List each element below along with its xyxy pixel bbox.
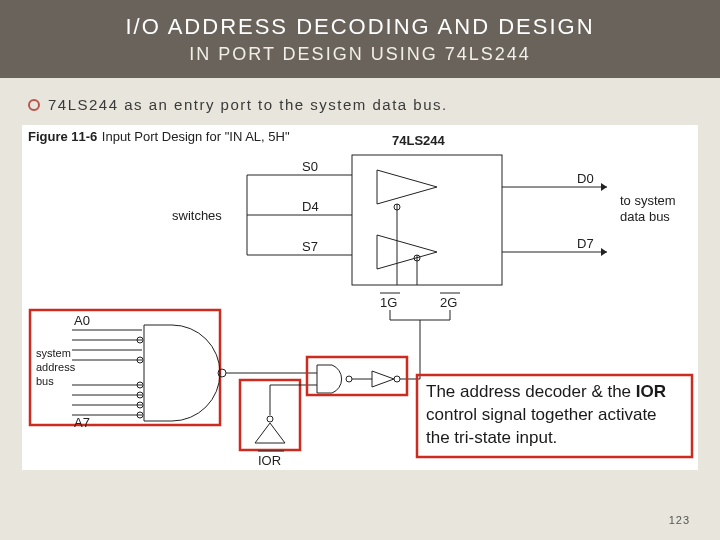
buffer-top-icon: [377, 170, 437, 204]
addr-lab3: bus: [36, 375, 54, 387]
callout-1a: The address decoder & the: [426, 382, 636, 401]
figure-caption-prefix: Figure 11-6: [28, 129, 97, 144]
callout-1b: IOR: [636, 382, 666, 401]
slide-subtitle: IN PORT DESIGN USING 74LS244: [189, 44, 530, 65]
callout-3: the tri-state input.: [426, 428, 557, 447]
page-number: 123: [669, 514, 690, 526]
addr-a7: A7: [74, 415, 90, 430]
pin-1g: 1G: [380, 295, 397, 310]
chip-label: 74LS244: [392, 133, 446, 148]
bullet-item: 74LS244 as an entry port to the system d…: [0, 78, 720, 125]
signal-s7: S7: [302, 239, 318, 254]
combine-highlight: [307, 357, 407, 395]
ior-label: IOR: [258, 453, 281, 468]
buffer-bot-icon: [377, 235, 437, 269]
to-bus-1: to system: [620, 193, 676, 208]
ior-inverter-icon: [255, 416, 285, 443]
nand-gate-icon: [144, 325, 220, 421]
bullet-icon: [28, 99, 40, 111]
svg-text:Figure 11-6
     Input Port De: Figure 11-6 Input Port Design for "IN AL…: [28, 127, 290, 144]
post-inverter-icon: [352, 371, 400, 387]
signal-d7: D7: [577, 236, 594, 251]
slide-title: I/O ADDRESS DECODING AND DESIGN: [125, 14, 594, 40]
signal-d0: D0: [577, 171, 594, 186]
svg-point-33: [267, 416, 273, 422]
switches-label: switches: [172, 208, 222, 223]
svg-text:The address decoder & the IOR: The address decoder & the IOR: [426, 382, 666, 401]
addr-lab1: system: [36, 347, 71, 359]
bullet-text: 74LS244 as an entry port to the system d…: [48, 96, 448, 113]
signal-d4: D4: [302, 199, 319, 214]
circuit-diagram: Figure 11-6 Input Port Design for "IN AL…: [22, 125, 698, 470]
to-bus-2: data bus: [620, 209, 670, 224]
addr-lab2: address: [36, 361, 76, 373]
figure-caption: Input Port Design for "IN AL, 5H": [102, 129, 290, 144]
callout-2: control signal together activate: [426, 405, 657, 424]
svg-point-38: [346, 376, 352, 382]
slide-header: I/O ADDRESS DECODING AND DESIGN IN PORT …: [0, 0, 720, 78]
chip-body: [352, 155, 502, 285]
signal-s0: S0: [302, 159, 318, 174]
addr-a0: A0: [74, 313, 90, 328]
pin-2g: 2G: [440, 295, 457, 310]
